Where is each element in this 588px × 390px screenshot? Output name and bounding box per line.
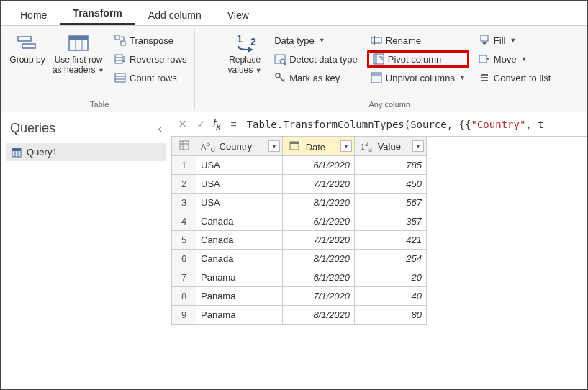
cell-country[interactable]: Panama — [196, 306, 283, 325]
cell-value[interactable]: 254 — [355, 250, 427, 268]
use-first-row-headers-button[interactable]: Use first row as headers ▼ — [50, 30, 107, 78]
data-grid: ABC Country ▼ Date ▼ 123 — [171, 137, 587, 325]
convert-to-list-icon — [479, 72, 490, 83]
cell-country[interactable]: Panama — [196, 268, 283, 287]
commit-formula-button[interactable]: ✓ — [194, 117, 207, 131]
svg-rect-7 — [121, 41, 125, 45]
detect-data-type-icon — [274, 53, 286, 65]
cell-date[interactable]: 8/1/2020 — [283, 306, 355, 325]
reverse-rows-button[interactable]: Reverse rows — [111, 50, 190, 68]
cell-value[interactable]: 421 — [355, 231, 427, 250]
chevron-down-icon: ▼ — [510, 37, 516, 44]
chevron-down-icon: ▼ — [459, 74, 466, 81]
cell-value[interactable]: 357 — [355, 212, 427, 231]
replace-values-button[interactable]: 12 Replace values ▼ — [223, 30, 266, 78]
data-type-button[interactable]: Data type ▼ — [271, 32, 361, 49]
transpose-button[interactable]: Transpose — [111, 32, 190, 49]
cell-value[interactable]: 567 — [355, 194, 427, 212]
svg-rect-40 — [180, 141, 189, 150]
convert-to-list-button[interactable]: Convert to list — [475, 69, 554, 86]
table-row[interactable]: 7Panama6/1/202020 — [172, 268, 427, 287]
filter-button[interactable]: ▼ — [268, 140, 280, 152]
cell-value[interactable]: 40 — [355, 287, 427, 306]
reverse-rows-label: Reverse rows — [130, 54, 186, 65]
tab-transform[interactable]: Transform — [60, 1, 135, 25]
cell-country[interactable]: Canada — [196, 250, 283, 268]
svg-rect-0 — [18, 37, 31, 41]
cell-country[interactable]: USA — [196, 156, 283, 175]
svg-rect-3 — [69, 36, 88, 40]
detect-data-type-button[interactable]: Detect data type — [271, 50, 361, 68]
fill-label: Fill — [494, 35, 506, 46]
table-row[interactable]: 6Canada8/1/2020254 — [172, 250, 427, 268]
cell-date[interactable]: 6/1/2020 — [283, 156, 355, 175]
cell-date[interactable]: 8/1/2020 — [283, 250, 355, 268]
row-number[interactable]: 4 — [172, 212, 196, 231]
move-button[interactable]: Move ▼ — [475, 50, 554, 68]
mark-as-key-button[interactable]: Mark as key — [271, 69, 361, 86]
svg-marker-32 — [487, 58, 489, 60]
cell-country[interactable]: Canada — [196, 212, 283, 231]
table-row[interactable]: 9Panama8/1/202080 — [172, 306, 427, 325]
queries-pane: Queries ‹ Query1 — [1, 112, 171, 389]
cell-country[interactable]: Panama — [196, 287, 283, 306]
ribbon-group-any-column: 12 Replace values ▼ Data type ▼ Detect d… — [195, 30, 584, 110]
table-row[interactable]: 5Canada7/1/2020421 — [172, 231, 427, 250]
cell-date[interactable]: 6/1/2020 — [283, 212, 355, 231]
cell-value[interactable]: 450 — [355, 175, 427, 194]
table-icon — [12, 148, 22, 158]
cell-value[interactable]: 785 — [355, 156, 427, 175]
filter-button[interactable]: ▼ — [412, 140, 424, 152]
group-by-button[interactable]: Group by — [7, 30, 48, 68]
row-number[interactable]: 3 — [172, 194, 196, 212]
tab-view[interactable]: View — [214, 4, 262, 25]
count-rows-button[interactable]: Count rows — [111, 69, 190, 86]
svg-rect-6 — [115, 35, 119, 40]
collapse-pane-button[interactable]: ‹ — [158, 122, 162, 135]
table-row[interactable]: 8Panama7/1/202040 — [172, 287, 427, 306]
unpivot-columns-button[interactable]: Unpivot columns ▼ — [367, 69, 469, 86]
filter-button[interactable]: ▼ — [340, 140, 352, 152]
row-number[interactable]: 8 — [172, 287, 196, 306]
formula-text[interactable]: Table.TransformColumnTypes(Source, {{"Co… — [247, 119, 544, 130]
svg-rect-26 — [374, 54, 377, 64]
cell-date[interactable]: 7/1/2020 — [283, 175, 355, 194]
cell-date[interactable]: 7/1/2020 — [283, 231, 355, 250]
cell-date[interactable]: 7/1/2020 — [283, 287, 355, 306]
chevron-down-icon: ▼ — [96, 67, 104, 74]
ribbon-group-table-label: Table — [7, 99, 191, 110]
table-row[interactable]: 4Canada6/1/2020357 — [172, 212, 427, 231]
table-row[interactable]: 3USA8/1/2020567 — [172, 194, 427, 212]
row-number[interactable]: 9 — [172, 306, 196, 325]
row-number[interactable]: 2 — [172, 175, 196, 194]
first-row-headers-label: Use first row as headers — [53, 55, 102, 75]
rename-button[interactable]: Rename — [367, 32, 469, 49]
count-rows-icon — [114, 72, 126, 83]
cell-country[interactable]: USA — [196, 175, 283, 194]
text-type-icon: ABC — [201, 140, 215, 153]
cell-country[interactable]: Canada — [196, 231, 283, 250]
row-number[interactable]: 7 — [172, 268, 196, 287]
column-header-country[interactable]: ABC Country ▼ — [196, 137, 283, 156]
pivot-column-button[interactable]: Pivot column — [367, 50, 469, 68]
row-number[interactable]: 5 — [172, 231, 196, 250]
query-item[interactable]: Query1 — [6, 143, 166, 161]
tab-add-column[interactable]: Add column — [135, 4, 214, 25]
table-row[interactable]: 1USA6/1/2020785 — [172, 156, 427, 175]
cell-date[interactable]: 8/1/2020 — [283, 194, 355, 212]
column-header-value[interactable]: 123 Value ▼ — [355, 137, 427, 156]
row-number[interactable]: 6 — [172, 250, 196, 268]
cancel-formula-button[interactable]: ✕ — [176, 117, 189, 131]
table-corner[interactable] — [172, 137, 196, 156]
row-number[interactable]: 1 — [172, 156, 196, 175]
cell-value[interactable]: 80 — [355, 306, 427, 325]
cell-date[interactable]: 6/1/2020 — [283, 268, 355, 287]
fill-button[interactable]: Fill ▼ — [475, 32, 554, 49]
mark-as-key-label: Mark as key — [289, 73, 340, 83]
column-header-date[interactable]: Date ▼ — [283, 137, 355, 156]
cell-country[interactable]: USA — [196, 194, 283, 212]
svg-rect-37 — [12, 148, 21, 151]
cell-value[interactable]: 20 — [355, 268, 427, 287]
table-row[interactable]: 2USA7/1/2020450 — [172, 175, 427, 194]
tab-home[interactable]: Home — [7, 4, 60, 25]
